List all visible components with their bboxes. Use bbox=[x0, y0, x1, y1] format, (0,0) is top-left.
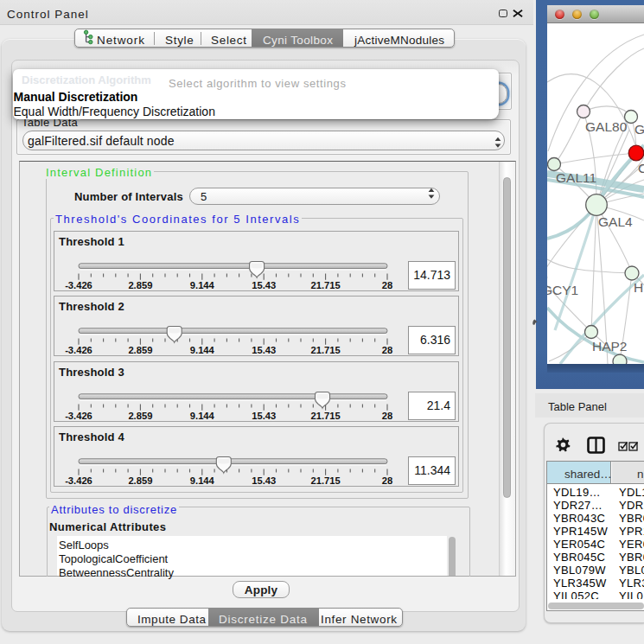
svg-text:GCY1: GCY1 bbox=[547, 283, 578, 297]
svg-text:2.859: 2.859 bbox=[128, 475, 152, 486]
svg-text:-3.426: -3.426 bbox=[65, 280, 92, 290]
svg-text:-3.426: -3.426 bbox=[65, 411, 92, 421]
svg-text:15.43: 15.43 bbox=[252, 411, 276, 421]
svg-text:21.715: 21.715 bbox=[310, 280, 340, 290]
svg-text:15.43: 15.43 bbox=[252, 345, 276, 355]
svg-text:9.144: 9.144 bbox=[190, 345, 215, 355]
svg-text:9.144: 9.144 bbox=[190, 280, 215, 290]
svg-text:GAL80: GAL80 bbox=[585, 119, 628, 134]
svg-text:2.859: 2.859 bbox=[128, 345, 152, 355]
svg-text:9.144: 9.144 bbox=[190, 411, 215, 421]
svg-text:C: C bbox=[638, 161, 644, 175]
svg-text:28: 28 bbox=[382, 280, 392, 290]
svg-text:H: H bbox=[634, 280, 643, 295]
svg-text:28: 28 bbox=[382, 411, 392, 421]
svg-text:21.715: 21.715 bbox=[310, 345, 340, 355]
svg-text:2.859: 2.859 bbox=[128, 280, 152, 290]
svg-text:28: 28 bbox=[382, 475, 392, 486]
svg-text:-3.426: -3.426 bbox=[65, 345, 92, 355]
svg-text:2.859: 2.859 bbox=[128, 411, 152, 421]
svg-text:GAL4: GAL4 bbox=[598, 214, 633, 229]
svg-text:28: 28 bbox=[382, 345, 392, 355]
svg-text:21.715: 21.715 bbox=[310, 475, 340, 486]
svg-text:-3.426: -3.426 bbox=[65, 475, 92, 486]
svg-text:15.43: 15.43 bbox=[252, 280, 276, 290]
svg-text:GAL11: GAL11 bbox=[556, 170, 596, 185]
svg-text:21.715: 21.715 bbox=[310, 411, 340, 421]
svg-text:15.43: 15.43 bbox=[252, 475, 276, 486]
svg-text:HAP2: HAP2 bbox=[592, 339, 628, 354]
svg-text:9.144: 9.144 bbox=[190, 475, 215, 486]
svg-text:GA: GA bbox=[634, 122, 644, 137]
